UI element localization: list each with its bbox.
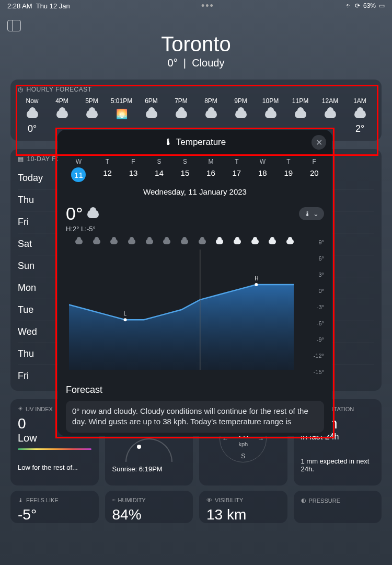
humidity-card[interactable]: ≈HUMIDITY84% [105,491,193,523]
cloud-icon [216,239,223,244]
svg-point-3 [124,318,127,321]
cloud-icon [234,239,241,244]
calendar-icon: ▦ [18,155,24,163]
clock-icon: ◷ [18,86,24,93]
cloud-icon [75,239,83,244]
svg-point-1 [255,283,258,286]
cloud-icon [235,110,247,118]
battery-icon: ▭ [379,2,385,9]
cloud-icon [295,110,306,118]
metric-toggle[interactable]: 🌡 ⌄ [299,207,324,220]
temperature-chart[interactable]: 9°6°3°0°-3°-6°-9°-12°-15° H L [66,239,324,375]
chevron-down-icon: ⌄ [313,210,319,218]
cloud-icon [146,110,157,118]
date-option[interactable]: S15 [181,158,190,182]
forecast-heading: Forecast [66,385,324,396]
date-option[interactable]: S14 [155,158,164,182]
cloud-icon [86,110,98,118]
cloud-icon [146,239,153,244]
temperature-detail-modal: 🌡 Temperature ✕ W11T12F13S14S15M16T17W18… [57,130,332,436]
cloud-icon [181,239,188,244]
cloud-icon [325,110,336,118]
cloud-icon [176,110,187,118]
cloud-icon [251,239,259,244]
hour-column[interactable]: 11PM [286,97,315,134]
status-time: 2:28 AM [7,2,32,10]
status-date: Thu 12 Jan [36,2,70,10]
date-option[interactable]: T19 [284,158,293,182]
status-bar: 2:28 AM Thu 12 Jan ••• ᯤ ⟳ 63% ▭ [0,0,392,12]
gauge-icon: ◐ [301,497,306,504]
date-option[interactable]: T12 [103,158,112,182]
cloud-icon [93,239,100,244]
sidebar-toggle-button[interactable] [7,20,21,31]
current-temp: 0° [66,204,83,224]
visibility-card[interactable]: 👁VISIBILITY13 km [199,491,287,523]
modal-header: 🌡 Temperature ✕ [57,130,332,155]
date-option[interactable]: F13 [129,158,138,182]
feels-like-card[interactable]: 🌡FEELS LIKE-5° [10,491,99,523]
date-option[interactable]: M16 [206,158,215,182]
orientation-lock-icon: ⟳ [355,2,360,9]
cloud-icon [163,239,170,244]
thermometer-icon: 🌡 [18,497,24,503]
selected-date: Wednesday, 11 January 2023 [57,185,332,200]
close-button[interactable]: ✕ [312,135,326,150]
cloud-icon [286,239,294,244]
hour-column[interactable]: 1AM2° [345,97,374,134]
high-low: H:2° L:-5° [66,225,324,233]
uv-scale [18,448,91,450]
svg-text:L: L [124,311,127,317]
thermometer-icon: 🌡 [164,137,173,148]
city-name: Toronto [0,32,392,56]
hour-column[interactable]: 10PM [256,97,285,134]
date-option[interactable]: W11 [71,158,86,182]
hour-column[interactable]: 7PM [167,97,195,134]
wifi-icon: ᯤ [345,2,352,9]
modal-title: Temperature [176,137,226,148]
hour-column[interactable]: Now0° [18,97,47,134]
pressure-card[interactable]: ◐PRESSURE [294,491,382,523]
hour-column[interactable]: 5:01PM🌅 [107,97,136,134]
cloud-icon [199,239,206,244]
svg-text:H: H [255,276,258,281]
hour-column[interactable]: 5PM [77,97,106,134]
sun-arc [125,438,172,462]
location-header: Toronto 0° | Cloudy [0,32,392,69]
hour-column[interactable]: 6PM [137,97,166,134]
humidity-icon: ≈ [112,497,116,503]
date-selector[interactable]: W11T12F13S14S15M16T17W18T19F20 [57,155,332,185]
cloud-icon [269,239,276,244]
hour-column[interactable]: 8PM [197,97,225,134]
date-option[interactable]: F20 [310,158,319,182]
stats-row-2: 🌡FEELS LIKE-5° ≈HUMIDITY84% 👁VISIBILITY1… [10,491,382,523]
cloud-icon [354,110,366,118]
cloud-icon [265,110,276,118]
date-option[interactable]: T17 [233,158,241,182]
multitask-icon[interactable]: ••• [201,4,214,8]
cloud-icon [110,239,118,244]
forecast-text: 0° now and cloudy. Cloudy conditions wil… [66,401,324,433]
cloud-icon [56,110,68,118]
eye-icon: 👁 [206,497,212,503]
cloud-icon [87,210,99,218]
hour-column[interactable]: 9PM [226,97,255,134]
sunset-icon: 🌅 [116,110,128,118]
cloud-icon [128,239,135,244]
hour-column[interactable]: 12AM [316,97,344,134]
cloud-icon [27,110,38,118]
sun-icon: ☀ [18,405,23,412]
date-option[interactable]: W18 [258,158,267,182]
hour-column[interactable]: 4PM [48,97,76,134]
battery-percent: 63% [363,2,376,9]
cloud-icon [205,110,217,118]
